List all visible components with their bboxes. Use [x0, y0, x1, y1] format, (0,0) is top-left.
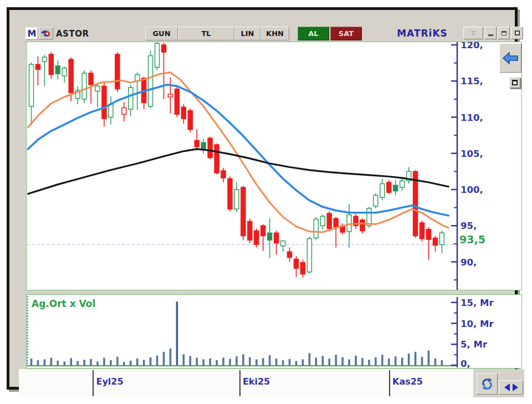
mini-window-button[interactable] — [509, 77, 520, 88]
volume-bar — [415, 352, 417, 365]
dropdown-button[interactable]: ▽ — [463, 27, 483, 39]
volume-bar — [183, 354, 185, 365]
candle-body — [300, 263, 305, 274]
candle-body — [254, 231, 259, 244]
price-axis-label: 105, — [461, 149, 483, 159]
candle-area — [27, 42, 454, 278]
volume-bar — [401, 357, 403, 365]
volume-axis-label: 15, Mr — [461, 298, 494, 308]
app-m-icon[interactable]: M — [25, 27, 38, 40]
scale-button[interactable]: LIN — [234, 27, 260, 40]
volume-bar — [375, 357, 377, 365]
candle-body — [427, 229, 431, 239]
window-buttons: ▽ — [463, 27, 523, 40]
volume-bar — [116, 357, 119, 365]
price-chart-panel[interactable]: 120,115,110,105,100,95,90,93,5 — [26, 42, 522, 290]
refresh-icon — [480, 377, 494, 391]
mini-window-icon — [512, 80, 518, 85]
chart-window: M ASTOR GUN TL LIN KHN AL SAT — [0, 0, 532, 404]
refresh-button[interactable] — [477, 373, 498, 395]
panel-back-button[interactable] — [499, 43, 521, 73]
current-price-label: 93,5 — [459, 233, 485, 246]
maximize-button[interactable] — [511, 27, 523, 39]
volume-bar — [209, 359, 211, 365]
candle-body — [433, 238, 437, 245]
candle-body — [420, 223, 424, 239]
volume-bar — [222, 357, 224, 365]
sell-button[interactable]: SAT — [330, 27, 362, 40]
volume-bar — [63, 361, 65, 365]
candle-body — [175, 89, 179, 115]
volume-bar — [434, 359, 437, 365]
candle-body — [188, 111, 192, 130]
volume-bar — [123, 362, 125, 365]
candle-body — [155, 43, 160, 67]
volume-bar — [282, 360, 284, 365]
volume-bar — [136, 359, 139, 365]
time-label: Eyl25 — [96, 376, 123, 387]
candle-body — [162, 45, 166, 52]
candle-body — [281, 241, 285, 246]
candle-body — [42, 57, 47, 62]
volume-bar — [295, 361, 298, 365]
time-label: Eki25 — [243, 376, 270, 387]
volume-bar — [190, 356, 192, 365]
candle-body — [102, 86, 106, 119]
volume-chart-svg: 15, Mr10, Mr5, Mr0,Ag.Ort x Vol — [27, 295, 521, 368]
volume-bar — [242, 354, 244, 365]
candle-body — [327, 213, 331, 228]
candle-body — [393, 185, 398, 191]
candle-body — [221, 171, 226, 178]
candle-body — [55, 66, 60, 74]
scroll-left-icon[interactable] — [504, 383, 510, 391]
candle-body — [268, 233, 272, 240]
scroll-buttons[interactable] — [499, 380, 523, 395]
price-axis-label: 100, — [461, 185, 483, 195]
khn-button[interactable]: KHN — [260, 27, 289, 40]
volume-axis-label: 0, — [461, 359, 470, 368]
volume-bar — [289, 359, 291, 365]
candle-body — [29, 64, 34, 106]
minimize-button[interactable] — [484, 27, 497, 39]
time-tick — [239, 370, 241, 396]
candle-body — [439, 233, 444, 244]
symbol-label: ASTOR — [56, 29, 89, 39]
volume-bar — [50, 357, 53, 365]
volume-bar — [130, 361, 132, 365]
candle-body — [380, 184, 385, 198]
price-axis-label: 95, — [461, 221, 477, 231]
volume-bar — [368, 360, 370, 365]
restore-icon — [502, 31, 507, 35]
title-bar-left: M ASTOR — [25, 27, 89, 40]
volume-bar — [361, 358, 364, 365]
candle-body — [374, 195, 378, 206]
candle-body — [201, 142, 206, 149]
volume-bar — [229, 359, 231, 365]
candle-body — [261, 226, 265, 236]
volume-bar — [388, 359, 390, 365]
restore-button[interactable] — [498, 27, 510, 39]
candle-body — [89, 73, 93, 85]
candle-body — [307, 239, 311, 272]
matriks-bird-icon[interactable] — [39, 27, 53, 40]
candle-body — [149, 56, 153, 106]
buy-button[interactable]: AL — [298, 27, 329, 40]
candle-body — [288, 252, 292, 257]
bird-logo-graphic — [40, 29, 52, 38]
volume-bar — [348, 359, 350, 365]
time-tick — [93, 370, 94, 396]
volume-axis-label: 5, Mr — [461, 339, 488, 350]
volume-panel[interactable]: 15, Mr10, Mr5, Mr0,Ag.Ort x Vol — [26, 294, 522, 369]
volume-bar — [30, 359, 33, 365]
maximize-icon — [515, 30, 520, 35]
volume-bar — [170, 349, 172, 365]
volume-bar — [428, 351, 430, 365]
candle-body — [195, 140, 199, 147]
currency-button[interactable]: TL — [178, 27, 234, 40]
volume-bar — [163, 352, 165, 365]
volume-bar — [255, 359, 258, 365]
scroll-right-icon[interactable] — [513, 383, 518, 391]
price-axis-label: 120, — [461, 42, 483, 50]
period-button[interactable]: GUN — [145, 27, 178, 40]
volume-axis-label: 10, Mr — [461, 319, 494, 329]
